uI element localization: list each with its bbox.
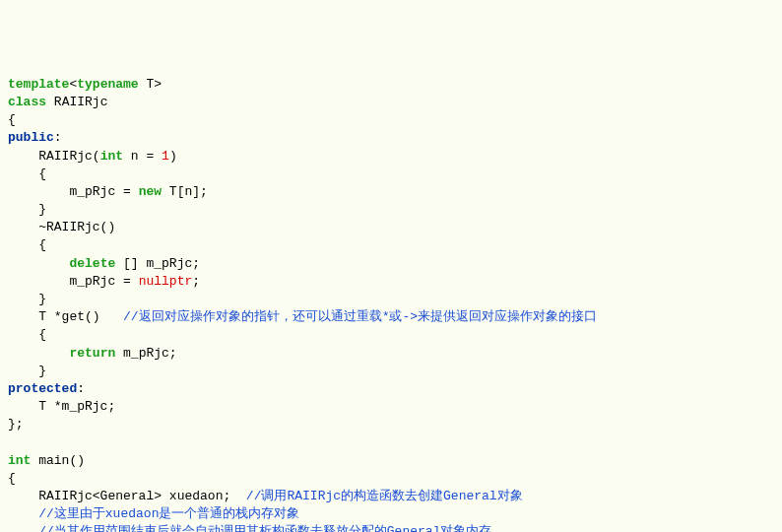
- type-param: T: [146, 77, 154, 92]
- class-name: RAIIRjc: [54, 95, 108, 109]
- param: n =: [123, 149, 162, 164]
- colon: :: [77, 381, 85, 396]
- get-decl: T *get(): [8, 309, 123, 324]
- kw-int: int: [100, 149, 123, 164]
- stmt-prefix: m_pRjc =: [8, 184, 139, 199]
- kw-new: new: [139, 184, 162, 199]
- stmt-rest: [] m_pRjc;: [115, 256, 200, 271]
- indent: [8, 506, 38, 521]
- kw-class: class: [8, 95, 46, 109]
- main-decl: main(): [31, 453, 85, 468]
- literal-1: 1: [162, 149, 169, 164]
- brace: {: [8, 112, 16, 127]
- indent: [8, 346, 69, 361]
- member-decl: T *m_pRjc;: [8, 399, 115, 414]
- indent: [8, 524, 38, 532]
- brace: }: [8, 292, 46, 306]
- indent: [8, 256, 69, 271]
- semi: ;: [192, 274, 200, 289]
- paren-close: ): [169, 149, 177, 164]
- kw-typename: typename: [77, 77, 138, 92]
- kw-int: int: [8, 453, 31, 468]
- stmt-rest: T[n];: [162, 184, 208, 199]
- comment-auto-dtor: //当其作用范围结束后就会自动调用其析构函数去释放分配的General对象内存: [38, 524, 491, 532]
- code-block: template<typename T> class RAIIRjc { pub…: [8, 76, 774, 532]
- brace: }: [8, 364, 46, 378]
- stmt-rest: m_pRjc;: [115, 346, 176, 361]
- brace: {: [8, 237, 46, 252]
- ctor-name: RAIIRjc(: [38, 149, 99, 164]
- kw-public: public: [8, 130, 54, 145]
- brace: }: [8, 202, 46, 217]
- comment-ctor-call: //调用RAIIRjc的构造函数去创建General对象: [246, 489, 523, 503]
- kw-delete: delete: [69, 256, 115, 271]
- stmt-text: RAIIRjc<General> xuedaon;: [8, 489, 246, 503]
- kw-return: return: [69, 346, 115, 361]
- brace: {: [8, 327, 46, 342]
- kw-protected: protected: [8, 381, 77, 396]
- kw-nullptr: nullptr: [139, 274, 193, 289]
- stmt-prefix: m_pRjc =: [8, 274, 139, 289]
- comment-get: //返回对应操作对象的指针，还可以通过重载*或->来提供返回对应操作对象的接口: [123, 309, 597, 324]
- dtor-line: ~RAIIRjc(): [8, 220, 115, 234]
- brace: {: [8, 166, 46, 181]
- comment-stack-obj: //这里由于xuedaon是一个普通的栈内存对象: [38, 506, 299, 521]
- brace: {: [8, 471, 16, 486]
- kw-template: template: [8, 77, 69, 92]
- colon: :: [54, 130, 62, 145]
- class-end: };: [8, 417, 24, 432]
